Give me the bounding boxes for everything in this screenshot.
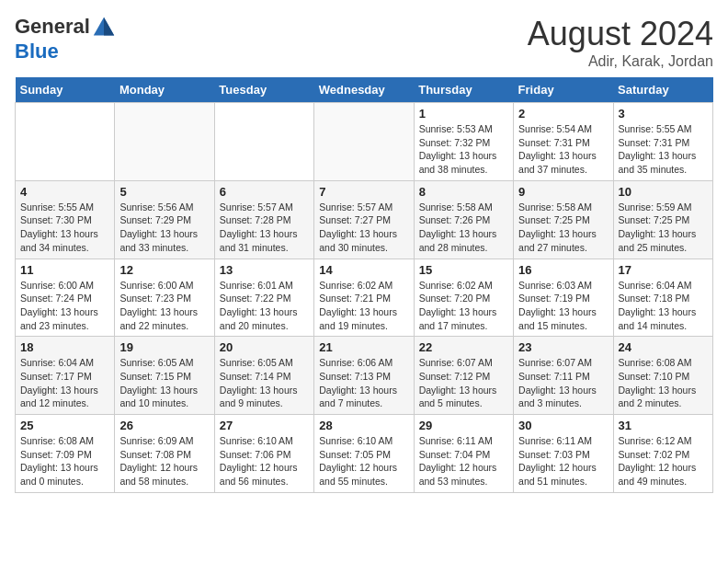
calendar-cell: 31 Sunrise: 6:12 AM Sunset: 7:02 PM Dayl… bbox=[613, 415, 712, 493]
day-number: 25 bbox=[20, 419, 109, 432]
day-info: Sunrise: 6:11 AM Sunset: 7:04 PM Dayligh… bbox=[419, 434, 508, 488]
day-number: 16 bbox=[518, 263, 608, 277]
day-number: 14 bbox=[319, 263, 408, 277]
calendar-cell: 23 Sunrise: 6:07 AM Sunset: 7:11 PM Dayl… bbox=[514, 337, 613, 415]
day-info: Sunrise: 6:06 AM Sunset: 7:13 PM Dayligh… bbox=[319, 356, 408, 410]
day-number: 8 bbox=[419, 185, 508, 199]
day-number: 27 bbox=[220, 419, 309, 432]
day-info: Sunrise: 6:12 AM Sunset: 7:02 PM Dayligh… bbox=[619, 434, 708, 488]
calendar-cell: 14 Sunrise: 6:02 AM Sunset: 7:21 PM Dayl… bbox=[314, 259, 414, 337]
calendar-cell: 15 Sunrise: 6:02 AM Sunset: 7:20 PM Dayl… bbox=[414, 259, 513, 337]
day-info: Sunrise: 6:02 AM Sunset: 7:21 PM Dayligh… bbox=[319, 279, 408, 333]
day-number: 31 bbox=[619, 419, 708, 432]
calendar-week-row: 25 Sunrise: 6:08 AM Sunset: 7:09 PM Dayl… bbox=[16, 415, 713, 493]
weekday-header: Monday bbox=[115, 77, 214, 103]
calendar-cell: 16 Sunrise: 6:03 AM Sunset: 7:19 PM Dayl… bbox=[514, 259, 613, 337]
day-info: Sunrise: 6:08 AM Sunset: 7:10 PM Dayligh… bbox=[619, 356, 708, 410]
day-info: Sunrise: 5:55 AM Sunset: 7:31 PM Dayligh… bbox=[619, 122, 708, 177]
day-info: Sunrise: 6:01 AM Sunset: 7:22 PM Dayligh… bbox=[220, 279, 309, 333]
day-number: 28 bbox=[319, 419, 408, 432]
calendar-cell: 25 Sunrise: 6:08 AM Sunset: 7:09 PM Dayl… bbox=[16, 415, 115, 493]
logo-blue: Blue bbox=[15, 40, 59, 63]
calendar-cell bbox=[314, 103, 414, 181]
day-number: 22 bbox=[419, 340, 508, 354]
day-info: Sunrise: 6:07 AM Sunset: 7:11 PM Dayligh… bbox=[518, 356, 608, 410]
day-info: Sunrise: 6:09 AM Sunset: 7:08 PM Dayligh… bbox=[119, 434, 209, 488]
day-info: Sunrise: 6:00 AM Sunset: 7:23 PM Dayligh… bbox=[119, 279, 209, 333]
day-info: Sunrise: 5:53 AM Sunset: 7:32 PM Dayligh… bbox=[419, 122, 508, 177]
month-title: August 2024 bbox=[528, 15, 713, 53]
day-number: 24 bbox=[619, 340, 708, 354]
day-number: 21 bbox=[319, 340, 408, 354]
weekday-header: Thursday bbox=[414, 77, 513, 103]
calendar-cell: 8 Sunrise: 5:58 AM Sunset: 7:26 PM Dayli… bbox=[414, 180, 513, 259]
day-number: 17 bbox=[619, 263, 708, 277]
calendar-cell: 7 Sunrise: 5:57 AM Sunset: 7:27 PM Dayli… bbox=[314, 180, 414, 259]
weekday-header: Tuesday bbox=[214, 77, 313, 103]
day-number: 3 bbox=[619, 107, 708, 121]
day-number: 13 bbox=[220, 263, 309, 277]
day-info: Sunrise: 6:10 AM Sunset: 7:06 PM Dayligh… bbox=[220, 434, 309, 488]
day-info: Sunrise: 5:56 AM Sunset: 7:29 PM Dayligh… bbox=[119, 201, 209, 255]
day-number: 19 bbox=[119, 340, 209, 354]
day-info: Sunrise: 6:02 AM Sunset: 7:20 PM Dayligh… bbox=[419, 279, 508, 333]
calendar-cell: 1 Sunrise: 5:53 AM Sunset: 7:32 PM Dayli… bbox=[414, 103, 513, 181]
day-info: Sunrise: 6:11 AM Sunset: 7:03 PM Dayligh… bbox=[518, 434, 608, 488]
weekday-header: Wednesday bbox=[314, 77, 414, 103]
day-info: Sunrise: 6:00 AM Sunset: 7:24 PM Dayligh… bbox=[20, 279, 109, 333]
day-number: 18 bbox=[20, 340, 109, 354]
day-info: Sunrise: 6:03 AM Sunset: 7:19 PM Dayligh… bbox=[518, 279, 608, 333]
calendar-week-row: 11 Sunrise: 6:00 AM Sunset: 7:24 PM Dayl… bbox=[16, 259, 713, 337]
calendar-cell: 9 Sunrise: 5:58 AM Sunset: 7:25 PM Dayli… bbox=[514, 180, 613, 259]
day-info: Sunrise: 5:58 AM Sunset: 7:26 PM Dayligh… bbox=[419, 201, 508, 255]
calendar-cell bbox=[16, 103, 115, 181]
page-header: General Blue August 2024 Adir, Karak, Jo… bbox=[15, 15, 713, 70]
day-info: Sunrise: 5:55 AM Sunset: 7:30 PM Dayligh… bbox=[20, 201, 109, 255]
day-info: Sunrise: 5:58 AM Sunset: 7:25 PM Dayligh… bbox=[518, 201, 608, 255]
day-number: 12 bbox=[119, 263, 209, 277]
logo-icon bbox=[91, 15, 117, 40]
day-info: Sunrise: 5:54 AM Sunset: 7:31 PM Dayligh… bbox=[518, 122, 608, 177]
weekday-header: Friday bbox=[514, 77, 613, 103]
location-title: Adir, Karak, Jordan bbox=[528, 53, 713, 70]
day-info: Sunrise: 6:05 AM Sunset: 7:15 PM Dayligh… bbox=[119, 356, 209, 410]
calendar-cell: 2 Sunrise: 5:54 AM Sunset: 7:31 PM Dayli… bbox=[514, 103, 613, 181]
day-number: 29 bbox=[419, 419, 508, 432]
calendar-cell: 6 Sunrise: 5:57 AM Sunset: 7:28 PM Dayli… bbox=[214, 180, 313, 259]
day-number: 9 bbox=[518, 185, 608, 199]
calendar-cell: 22 Sunrise: 6:07 AM Sunset: 7:12 PM Dayl… bbox=[414, 337, 513, 415]
day-info: Sunrise: 6:04 AM Sunset: 7:18 PM Dayligh… bbox=[619, 279, 708, 333]
day-info: Sunrise: 6:08 AM Sunset: 7:09 PM Dayligh… bbox=[20, 434, 109, 488]
calendar-cell: 5 Sunrise: 5:56 AM Sunset: 7:29 PM Dayli… bbox=[115, 180, 214, 259]
weekday-header-row: SundayMondayTuesdayWednesdayThursdayFrid… bbox=[16, 77, 713, 103]
calendar-week-row: 18 Sunrise: 6:04 AM Sunset: 7:17 PM Dayl… bbox=[16, 337, 713, 415]
calendar-cell: 26 Sunrise: 6:09 AM Sunset: 7:08 PM Dayl… bbox=[115, 415, 214, 493]
day-number: 11 bbox=[20, 263, 109, 277]
day-info: Sunrise: 5:59 AM Sunset: 7:25 PM Dayligh… bbox=[619, 201, 708, 255]
logo: General Blue bbox=[15, 15, 118, 63]
calendar-cell: 20 Sunrise: 6:05 AM Sunset: 7:14 PM Dayl… bbox=[214, 337, 313, 415]
day-number: 15 bbox=[419, 263, 508, 277]
calendar-cell: 17 Sunrise: 6:04 AM Sunset: 7:18 PM Dayl… bbox=[613, 259, 712, 337]
calendar-table: SundayMondayTuesdayWednesdayThursdayFrid… bbox=[15, 77, 713, 493]
calendar-cell: 19 Sunrise: 6:05 AM Sunset: 7:15 PM Dayl… bbox=[115, 337, 214, 415]
logo-general: General bbox=[15, 15, 90, 38]
calendar-cell: 27 Sunrise: 6:10 AM Sunset: 7:06 PM Dayl… bbox=[214, 415, 313, 493]
day-number: 30 bbox=[518, 419, 608, 432]
calendar-cell: 29 Sunrise: 6:11 AM Sunset: 7:04 PM Dayl… bbox=[414, 415, 513, 493]
day-number: 23 bbox=[518, 340, 608, 354]
day-number: 5 bbox=[119, 185, 209, 199]
calendar-cell: 30 Sunrise: 6:11 AM Sunset: 7:03 PM Dayl… bbox=[514, 415, 613, 493]
calendar-cell: 13 Sunrise: 6:01 AM Sunset: 7:22 PM Dayl… bbox=[214, 259, 313, 337]
calendar-cell: 24 Sunrise: 6:08 AM Sunset: 7:10 PM Dayl… bbox=[613, 337, 712, 415]
day-number: 20 bbox=[220, 340, 309, 354]
day-number: 2 bbox=[518, 107, 608, 121]
day-info: Sunrise: 5:57 AM Sunset: 7:28 PM Dayligh… bbox=[220, 201, 309, 255]
day-number: 26 bbox=[119, 419, 209, 432]
day-number: 4 bbox=[20, 185, 109, 199]
calendar-week-row: 4 Sunrise: 5:55 AM Sunset: 7:30 PM Dayli… bbox=[16, 180, 713, 259]
day-info: Sunrise: 6:04 AM Sunset: 7:17 PM Dayligh… bbox=[20, 356, 109, 410]
day-info: Sunrise: 6:07 AM Sunset: 7:12 PM Dayligh… bbox=[419, 356, 508, 410]
calendar-cell bbox=[115, 103, 214, 181]
day-info: Sunrise: 6:10 AM Sunset: 7:05 PM Dayligh… bbox=[319, 434, 408, 488]
